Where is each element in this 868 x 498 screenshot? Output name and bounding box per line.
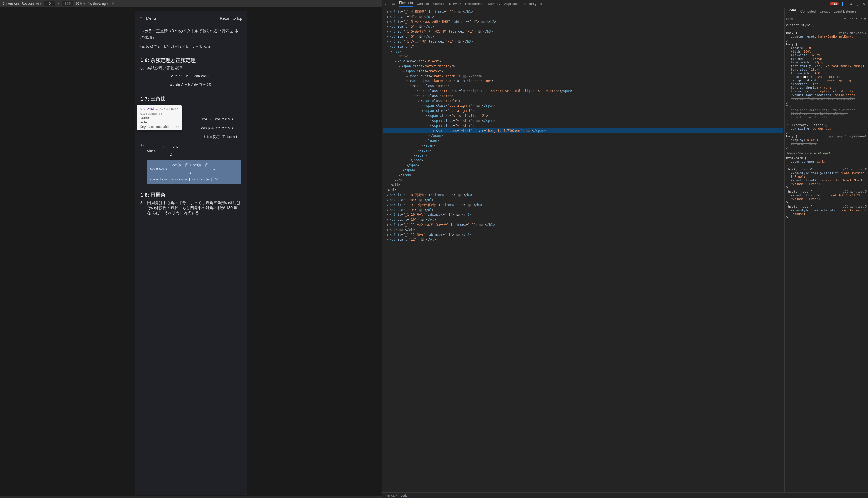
dom-row[interactable]: ▾<span class="katex-display">: [383, 64, 783, 69]
styles-rules[interactable]: element.style {}body {katex.min.css:1cou…: [785, 22, 868, 493]
dom-row[interactable]: </ol>: [383, 188, 783, 193]
styles-subtabs: Styles Computed Layout Event Listeners »: [785, 8, 868, 15]
dom-row[interactable]: ▸<h3 id="_1-7-三角法" tabindex="-1"> … </h3…: [383, 39, 783, 44]
computed-toggle-icon[interactable]: ⧉: [860, 17, 861, 20]
dom-row[interactable]: ▾<span class="vlist-t vlist-t2">: [383, 114, 783, 118]
resize-handle[interactable]: [0, 496, 382, 498]
sidebar-toggle-icon[interactable]: ▣: [864, 17, 866, 20]
tab-elements[interactable]: Elements: [399, 1, 413, 7]
tooltip-row: Keyboard-focusable: [140, 125, 170, 129]
dom-row[interactable]: ▾<span class="base">: [383, 84, 783, 89]
dom-row[interactable]: ▾<li>: [383, 49, 783, 54]
dom-row[interactable]: </span>: [383, 158, 783, 163]
dom-row[interactable]: ▾<ol start="7">: [383, 44, 783, 49]
dom-row[interactable]: ▸<span class="col-align-r"> … </span>: [383, 103, 783, 108]
dom-row[interactable]: ▸<span class="katex-mathml"> … </span>: [383, 74, 783, 79]
dom-row[interactable]: ▾<span class="katex-html" aria-hidden="t…: [383, 79, 783, 84]
dom-row[interactable]: ▸<span class="vlist" style="height: 5.71…: [383, 129, 783, 133]
dom-row[interactable]: ▸<h3 id="_1-5-ベクトルの内積と外積" tabindex="-1">…: [383, 19, 783, 25]
dom-row[interactable]: ▾<span class="vlist-r">: [383, 123, 783, 129]
throttling-dropdown[interactable]: No throttling: [88, 2, 108, 5]
subtab-event-listeners[interactable]: Event Listeners: [833, 10, 857, 13]
dom-row[interactable]: ▸<h3 id="_1-4-複素数" tabindex="-1"> … </h3…: [383, 10, 783, 14]
kebab-icon[interactable]: ⋮: [856, 2, 859, 6]
tab-more[interactable]: »: [540, 2, 542, 6]
dom-breadcrumb[interactable]: html.dark body: [382, 493, 868, 498]
dom-row[interactable]: ▾<span class="mord">: [383, 94, 783, 99]
dom-row[interactable]: ▸<ol start="9"> … </ol>: [383, 208, 783, 213]
dom-tree[interactable]: ▸<h3 id="_1-4-複素数" tabindex="-1"> … </h3…: [382, 8, 785, 493]
tab-memory[interactable]: Memory: [488, 2, 500, 6]
dimensions-dropdown[interactable]: Dimensions: Responsive: [2, 2, 41, 5]
dom-row[interactable]: </p>: [383, 178, 783, 183]
formula: (a, b, c) ≡ a · [b × c] = [a × b] · c = …: [141, 43, 241, 50]
styles-filter-input[interactable]: [786, 17, 840, 20]
devtools-panel: ⟜ ▭ Elements Console Sources Network Per…: [382, 0, 868, 498]
tab-security[interactable]: Security: [524, 2, 536, 6]
dom-row[interactable]: ▸<h3 id="_1-11-ベクトルアプローチ" tabindex="-1">…: [383, 222, 783, 227]
dom-row[interactable]: <span class="strut" style="height: 11.92…: [383, 89, 783, 94]
dom-row[interactable]: ▾<span class="katex">: [383, 69, 783, 74]
width-input[interactable]: [44, 1, 55, 6]
tooltip-row: Name: [140, 116, 149, 120]
menu-label[interactable]: Menu: [146, 16, 156, 21]
settings-icon[interactable]: ⚙: [850, 2, 852, 6]
close-icon[interactable]: ✕: [863, 2, 865, 6]
zoom-dropdown[interactable]: 95%: [76, 2, 85, 5]
no-icon: ⊘: [176, 125, 179, 129]
dom-row[interactable]: ▸<h3 id="_1-6-余弦定理と正弦定理" tabindex="-1"> …: [383, 29, 783, 34]
dom-row[interactable]: </span>: [383, 143, 783, 148]
subtab-computed[interactable]: Computed: [800, 10, 816, 13]
subtab-styles[interactable]: Styles: [787, 8, 796, 14]
tab-sources[interactable]: Sources: [433, 2, 445, 6]
dom-row[interactable]: ▾<span class="mtable">: [383, 99, 783, 104]
dom-row[interactable]: </span>: [383, 163, 783, 168]
dom-row[interactable]: ▸<ol start="10"> … </ol>: [383, 218, 783, 222]
dom-row[interactable]: ::marker: [383, 54, 783, 59]
tooltip-section: ACCESSIBILITY: [140, 112, 179, 115]
dom-row[interactable]: </span>: [383, 133, 783, 138]
highlighted-element: cos α cos β = cos(α + β) + cos(α − β) 2 …: [147, 160, 241, 185]
dom-row[interactable]: ▸<ol start="8"> … </ol>: [383, 198, 783, 203]
inspect-icon[interactable]: ⟜: [385, 2, 388, 6]
dom-row[interactable]: ▸<span class="vlist-r"> … </span>: [383, 118, 783, 123]
dom-row[interactable]: ▸<h3 id="_1-9-三角形の面積" tabindex="-1"> … <…: [383, 203, 783, 208]
tab-application[interactable]: Application: [504, 2, 520, 6]
tab-console[interactable]: Console: [417, 2, 429, 6]
more-subtabs-icon[interactable]: »: [863, 10, 865, 13]
cls-toggle[interactable]: .cls: [850, 17, 854, 20]
dom-row[interactable]: ▸<ol> … </ol>: [383, 227, 783, 233]
dom-row[interactable]: </span>: [383, 153, 783, 158]
hamburger-icon[interactable]: [139, 15, 144, 21]
subtab-layout[interactable]: Layout: [820, 10, 830, 13]
rendered-page[interactable]: Menu Return to top スカラー三重積（3 つのベクトルで張られる…: [135, 11, 247, 495]
page-header: Menu Return to top: [135, 11, 247, 25]
dom-row[interactable]: ▸<ol start="4"> … </ol>: [383, 14, 783, 19]
breadcrumb-item[interactable]: html.dark: [385, 494, 397, 497]
dom-row[interactable]: ▸<h3 id="_1-8-円周角" tabindex="-1"> … </h3…: [383, 193, 783, 198]
dom-row[interactable]: ▸<h3 id="_1-10-重心" tabindex="-1"> … </h3…: [383, 212, 783, 218]
device-toggle-icon[interactable]: ▭: [392, 2, 395, 6]
dom-row[interactable]: </span>: [383, 138, 783, 143]
tab-performance[interactable]: Performance: [465, 2, 484, 6]
error-badge[interactable]: ● 13: [830, 2, 839, 5]
dom-row[interactable]: ▸<h3 id="_1-12-微分" tabindex="-1"> … </h3…: [383, 233, 783, 237]
dom-row[interactable]: ▾<p class="katex-block">: [383, 59, 783, 64]
rotate-icon[interactable]: ⟲: [111, 1, 114, 5]
tab-network[interactable]: Network: [449, 2, 461, 6]
height-input[interactable]: [62, 1, 73, 6]
return-to-top[interactable]: Return to top: [220, 16, 242, 21]
hov-toggle[interactable]: :hov: [842, 17, 847, 20]
breadcrumb-item[interactable]: body: [401, 494, 407, 497]
dom-row[interactable]: </span>: [383, 168, 783, 173]
dom-row[interactable]: </span>: [383, 173, 783, 178]
dom-row[interactable]: ▸<ol start="6"> … </ol>: [383, 34, 783, 39]
info-badge[interactable]: ▌1: [842, 2, 846, 6]
dom-row[interactable]: </span>: [383, 148, 783, 153]
dom-row[interactable]: ▸<ol start="5"> … </ol>: [383, 24, 783, 29]
dom-row[interactable]: ▾<span class="col-align-l">: [383, 108, 783, 114]
add-rule-icon[interactable]: +: [856, 17, 857, 20]
dom-row[interactable]: </li>: [383, 183, 783, 188]
dom-row[interactable]: ▸<ol start="12"> … </ol>: [383, 237, 783, 242]
device-more-icon[interactable]: ⋮: [376, 1, 379, 5]
